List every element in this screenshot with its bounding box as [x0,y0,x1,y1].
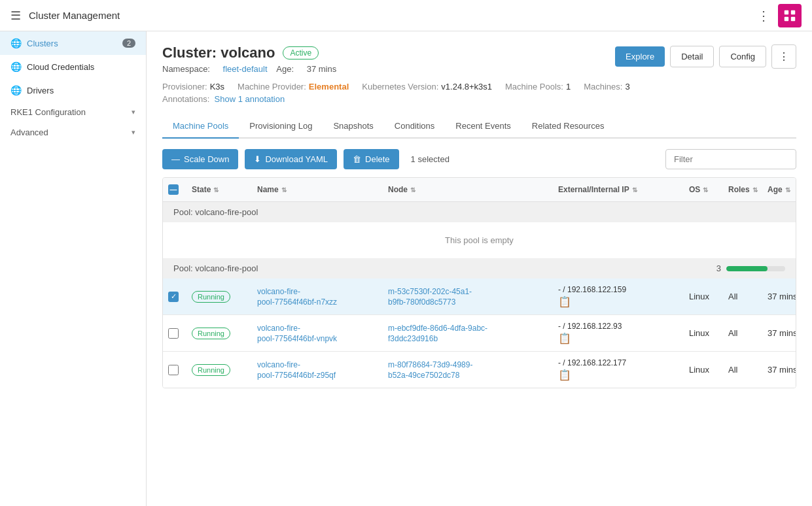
row-2-name-line1[interactable]: volcano-fire- [257,324,300,333]
annotations-row: Annotations: Show 1 annotation [162,94,796,104]
detail-button[interactable]: Detail [670,46,714,67]
provisioner-label: Provisioner: [162,82,207,92]
explore-button[interactable]: Explore [615,46,665,67]
main-layout: 🌐 Clusters 2 🌐 Cloud Credentials 🌐 Drive… [0,31,812,506]
row-1-name-line2[interactable]: pool-77564f46bf-n7xzz [257,297,337,307]
row-3-copy-icon[interactable]: 📋 [558,369,626,381]
row-2-node-line2[interactable]: f3ddc23d916b [388,334,438,343]
row-1-roles: All [723,285,762,308]
delete-button[interactable]: 🗑 Delete [344,149,399,169]
clusters-badge: 2 [122,39,135,48]
row-3-checkbox[interactable] [168,365,179,375]
th-node[interactable]: Node ⇅ [383,178,553,201]
cloud-credentials-icon: 🌐 [10,61,22,72]
age-label: Age: [276,64,294,74]
state-sort-icon: ⇅ [213,186,219,194]
rke1-chevron-icon: ▾ [132,108,135,116]
namespace-link[interactable]: fleet-default [223,64,268,74]
row-1-node-line2[interactable]: b9fb-780f0d8c5773 [388,297,455,307]
row-1-name[interactable]: volcano-fire- pool-77564f46bf-n7xzz [252,280,383,313]
download-icon: ⬇ [254,154,261,164]
sidebar-item-cloud-credentials[interactable]: 🌐 Cloud Credentials [0,55,146,78]
th-state[interactable]: State ⇅ [186,178,252,201]
row-3-node[interactable]: m-80f78684-73d9-4989- b52a-49ce7502dc78 [383,354,553,386]
row-1-checkbox-cell[interactable]: ✓ [163,285,186,309]
tab-snapshots[interactable]: Snapshots [323,114,383,139]
row-2-checkbox-cell[interactable] [163,322,186,345]
row-2-name[interactable]: volcano-fire- pool-77564f46bf-vnpvk [252,317,383,350]
th-checkbox[interactable]: — [163,178,186,201]
tab-provisioning-log[interactable]: Provisioning Log [239,114,323,139]
th-name[interactable]: Name ⇅ [252,178,383,201]
row-2-checkbox[interactable] [168,328,179,339]
row-1-state-badge: Running [192,291,230,303]
download-yaml-button[interactable]: ⬇ Download YAML [245,149,337,169]
kubernetes-value: v1.24.8+k3s1 [441,82,492,92]
provisioner-info: Provisioner: K3s [162,82,224,92]
tab-machine-pools[interactable]: Machine Pools [162,114,239,139]
os-col-label: OS [689,185,700,194]
sidebar-item-drivers[interactable]: 🌐 Drivers [0,78,146,102]
empty-pool-text: This pool is empty [445,235,514,245]
table-row: ✓ Running volcano-fire- pool-77564f46bf-… [163,278,796,315]
sidebar-item-drivers-label: Drivers [27,86,54,95]
row-3-node-line2[interactable]: b52a-49ce7502dc78 [388,371,459,380]
row-2-node-line1[interactable]: m-ebcf9dfe-86d6-4dfa-9abc- [388,324,487,333]
sidebar-item-clusters[interactable]: 🌐 Clusters 2 [0,31,146,55]
row-1-node-line1[interactable]: m-53c7530f-202c-45a1- [388,287,472,296]
table-row: Running volcano-fire- pool-77564f46bf-vn… [163,315,796,352]
tab-recent-events[interactable]: Recent Events [445,114,521,139]
row-1-name-line1[interactable]: volcano-fire- [257,287,300,296]
tabs: Machine Pools Provisioning Log Snapshots… [162,114,796,139]
row-1-os: Linux [684,285,723,308]
cluster-title: Cluster: volcano Active [162,44,347,61]
more-options-button[interactable]: ⋮ [754,5,773,26]
download-yaml-label: Download YAML [265,154,328,164]
header-checkbox[interactable]: — [168,184,179,195]
row-1-copy-icon[interactable]: 📋 [558,295,626,308]
row-1-ip: - / 192.168.122.159 📋 [553,278,684,314]
th-roles[interactable]: Roles ⇅ [723,178,762,201]
advanced-chevron-icon: ▾ [132,128,135,137]
row-2-copy-icon[interactable]: 📋 [558,332,622,345]
age-col-label: Age [768,185,783,194]
annotations-link[interactable]: Show 1 annotation [215,94,285,104]
svg-rect-3 [791,16,795,20]
svg-rect-1 [791,10,795,14]
machines-value: 3 [625,82,629,92]
th-age[interactable]: Age ⇅ [762,178,796,201]
row-3-name-line2[interactable]: pool-77564f46bf-z95qf [257,371,336,380]
row-3-node-line1[interactable]: m-80f78684-73d9-4989- [388,360,472,369]
row-2-node[interactable]: m-ebcf9dfe-86d6-4dfa-9abc- f3ddc23d916b [383,317,553,350]
th-ip[interactable]: External/Internal IP ⇅ [553,178,684,201]
sidebar-section-advanced[interactable]: Advanced ▾ [0,122,146,143]
row-3-name-line1[interactable]: volcano-fire- [257,360,300,369]
row-2-name-line2[interactable]: pool-77564f46bf-vnpvk [257,334,337,343]
ip-sort-icon: ⇅ [632,186,637,194]
sidebar-section-rke1[interactable]: RKE1 Configuration ▾ [0,102,146,122]
annotations-label: Annotations: [162,94,209,104]
table-container: — State ⇅ Name ⇅ Node ⇅ External/Interna… [162,177,796,388]
name-col-label: Name [257,185,279,194]
tab-related-resources[interactable]: Related Resources [521,114,615,139]
pool-bar [726,266,768,271]
scale-down-button[interactable]: — Scale Down [162,149,238,169]
filter-input[interactable] [665,149,796,169]
advanced-section-label: Advanced [10,127,48,137]
th-os[interactable]: OS ⇅ [684,178,723,201]
menu-icon[interactable]: ☰ [10,8,21,23]
header-more-button[interactable]: ⋮ [771,44,796,69]
row-1-age: 37 mins [762,285,796,308]
row-1-checkbox[interactable]: ✓ [168,292,179,302]
scale-down-label: Scale Down [184,154,229,164]
row-1-ip-cell: - / 192.168.122.159 📋 [558,285,626,308]
tab-conditions[interactable]: Conditions [384,114,445,139]
row-1-node[interactable]: m-53c7530f-202c-45a1- b9fb-780f0d8c5773 [383,280,553,313]
pool-row-1: Pool: volcano-fire-pool [163,202,796,222]
config-button[interactable]: Config [719,46,766,67]
state-col-label: State [192,185,211,194]
kubernetes-info: Kubernetes Version: v1.24.8+k3s1 [362,82,492,92]
namespace-label: Namespace: [162,64,210,74]
row-3-checkbox-cell[interactable] [163,358,186,382]
row-3-name[interactable]: volcano-fire- pool-77564f46bf-z95qf [252,354,383,386]
